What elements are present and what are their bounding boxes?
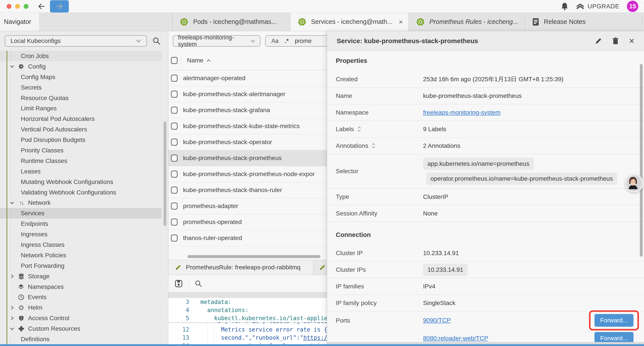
tree-item-vertical-pod-autoscalers[interactable]: Vertical Pod Autoscalers bbox=[0, 124, 168, 135]
service-row[interactable]: prometheus-operated bbox=[168, 214, 327, 230]
tree-item-secrets[interactable]: Secrets bbox=[0, 82, 168, 93]
match-case-toggle[interactable]: Aa bbox=[271, 38, 278, 44]
service-row[interactable]: kube-prometheus-stack-alertmanager bbox=[168, 86, 327, 102]
service-row[interactable]: kube-prometheus-stack-operator bbox=[168, 134, 327, 150]
tree-item-port-forwarding[interactable]: Port Forwarding bbox=[0, 261, 168, 271]
tree-item-resource-quotas[interactable]: Resource Quotas bbox=[0, 93, 168, 103]
horizontal-scrollbar-thumb[interactable] bbox=[188, 255, 320, 258]
tree-item-access-control[interactable]: Access Control bbox=[0, 313, 168, 324]
tab-release-notes[interactable]: Release Notes bbox=[525, 13, 642, 31]
row-checkbox[interactable] bbox=[171, 203, 178, 210]
detail-panel-scrollbar-thumb[interactable] bbox=[640, 64, 643, 257]
sidebar-search-icon[interactable] bbox=[152, 37, 160, 45]
notification-badge[interactable]: 15 bbox=[627, 1, 638, 12]
tree-item-custom-resources[interactable]: Custom Resources bbox=[0, 324, 168, 334]
yaml-editor[interactable]: 3 metadata: 4 annotations: 5 kubectl.kub… bbox=[168, 298, 327, 345]
kubeconfig-selector[interactable]: Local Kubeconfigs bbox=[5, 35, 147, 47]
tree-item-ingress-classes[interactable]: Ingress Classes bbox=[0, 240, 168, 250]
row-checkbox[interactable] bbox=[171, 171, 178, 178]
namespace-filter-select[interactable]: freeleaps-monitoring-system bbox=[173, 35, 260, 47]
tab-services[interactable]: Services - icecheng@math... × bbox=[290, 13, 409, 31]
editor-search-icon[interactable] bbox=[195, 280, 202, 287]
runbook-url-link[interactable]: https://net bbox=[303, 335, 327, 341]
minimize-window-button[interactable] bbox=[15, 4, 20, 9]
service-row[interactable]: kube-prometheus-stack-prometheus-node-ex… bbox=[168, 166, 327, 182]
tree-item-network[interactable]: ↑↓ Network bbox=[0, 198, 168, 208]
tree-item-priority-classes[interactable]: Priority Classes bbox=[0, 145, 168, 156]
chevron-right-icon[interactable] bbox=[10, 316, 14, 320]
service-row[interactable]: kube-prometheus-stack-thanos-ruler bbox=[168, 182, 327, 198]
sort-ascending-icon[interactable] bbox=[206, 59, 211, 62]
tree-item-definitions[interactable]: Definitions bbox=[0, 334, 168, 345]
tree-item-mutating-webhook-configurations[interactable]: Mutating Webhook Configurations bbox=[0, 177, 168, 187]
close-icon[interactable]: × bbox=[629, 36, 634, 45]
row-checkbox[interactable] bbox=[171, 155, 178, 162]
tree-item-storage[interactable]: Storage bbox=[0, 271, 168, 282]
tab-close-icon[interactable]: × bbox=[399, 18, 403, 25]
forward-button[interactable] bbox=[50, 0, 69, 12]
tree-item-runtime-classes[interactable]: Runtime Classes bbox=[0, 156, 168, 166]
tree-item-config[interactable]: Config bbox=[0, 61, 168, 72]
regex-toggle[interactable]: .* bbox=[285, 38, 289, 44]
chevron-down-icon[interactable] bbox=[10, 65, 14, 68]
tree-item-config-maps[interactable]: Config Maps bbox=[0, 72, 168, 82]
back-button[interactable] bbox=[38, 3, 45, 10]
forward-port-button-2[interactable]: Forward... bbox=[594, 332, 634, 342]
editor-tab-prometheusrule[interactable]: PrometheusRule: freeleaps-prod-rabbitmq bbox=[168, 260, 314, 275]
select-all-checkbox[interactable] bbox=[171, 57, 178, 64]
tree-item-network-policies[interactable]: Network Policies bbox=[0, 250, 168, 261]
service-row[interactable]: kube-prometheus-stack-kube-state-metrics bbox=[168, 118, 327, 134]
service-row[interactable]: alertmanager-operated bbox=[168, 70, 327, 86]
tree-item-ingresses[interactable]: Ingresses bbox=[0, 229, 168, 240]
service-row[interactable]: kube-prometheus-stack-grafana bbox=[168, 102, 327, 118]
maximize-window-button[interactable] bbox=[24, 4, 28, 9]
port-link-8080[interactable]: 8080:reloader-web/TCP bbox=[423, 335, 488, 342]
sort-updown-icon[interactable] bbox=[372, 143, 375, 149]
row-checkbox[interactable] bbox=[171, 75, 178, 82]
tree-item-endpoints[interactable]: Endpoints bbox=[0, 219, 168, 229]
tree-item-horizontal-pod-autoscalers[interactable]: Horizontal Pod Autoscalers bbox=[0, 114, 168, 124]
port-link-9090[interactable]: 9090/TCP bbox=[423, 317, 451, 324]
chevron-down-icon[interactable] bbox=[10, 327, 14, 331]
bell-icon[interactable] bbox=[561, 2, 568, 10]
tree-item-pod-disruption-budgets[interactable]: Pod Disruption Budgets bbox=[0, 135, 168, 145]
edit-icon[interactable] bbox=[595, 37, 602, 45]
namespace-link[interactable]: freeleaps-monitoring-system bbox=[423, 109, 500, 116]
row-checkbox[interactable] bbox=[171, 107, 178, 114]
delete-icon[interactable] bbox=[612, 37, 619, 45]
tree-item-limit-ranges[interactable]: Limit Ranges bbox=[0, 103, 168, 114]
tab-prometheus-rules[interactable]: Prometheus Rules - icecheng... bbox=[409, 13, 525, 31]
tree-item-events[interactable]: Events bbox=[0, 292, 168, 303]
row-checkbox[interactable] bbox=[171, 187, 178, 194]
editor-tab-partial[interactable] bbox=[314, 260, 327, 275]
chevron-down-icon[interactable] bbox=[10, 201, 14, 205]
forward-port-button[interactable]: Forward... bbox=[594, 314, 634, 327]
upgrade-button[interactable]: UPGRADE bbox=[576, 3, 620, 10]
row-checkbox[interactable] bbox=[171, 235, 178, 242]
service-row[interactable]: prometheus-adapter bbox=[168, 198, 327, 214]
tree-item-validating-webhook-configurations[interactable]: Validating Webhook Configurations bbox=[0, 187, 168, 198]
row-checkbox[interactable] bbox=[171, 91, 178, 98]
user-avatar[interactable] bbox=[625, 174, 643, 193]
save-icon[interactable] bbox=[175, 280, 182, 287]
service-row-selected[interactable]: kube-prometheus-stack-prometheus bbox=[168, 150, 327, 166]
chevron-right-icon[interactable] bbox=[10, 306, 14, 310]
service-search-input[interactable]: Aa .* prome bbox=[265, 35, 327, 47]
tree-item-cron-jobs[interactable]: Cron Jobs bbox=[0, 51, 162, 61]
tree-item-services[interactable]: Services bbox=[0, 208, 162, 219]
sort-updown-icon[interactable] bbox=[358, 126, 361, 132]
service-row[interactable]: thanos-ruler-operated bbox=[168, 230, 327, 246]
tree-item-helm[interactable]: Helm bbox=[0, 303, 168, 313]
tree-item-leases[interactable]: Leases bbox=[0, 166, 168, 177]
navigator-panel-tab[interactable]: Navigator bbox=[0, 13, 39, 31]
tree-item-namespaces[interactable]: Namespaces bbox=[0, 282, 168, 292]
sidebar-scrollbar-thumb[interactable] bbox=[164, 121, 166, 226]
chevron-right-icon[interactable] bbox=[10, 274, 14, 279]
tab-argo[interactable]: Argo Se bbox=[642, 13, 644, 31]
name-column-header[interactable]: Name bbox=[187, 57, 204, 64]
row-checkbox[interactable] bbox=[171, 139, 178, 146]
row-checkbox[interactable] bbox=[171, 123, 178, 130]
close-window-button[interactable] bbox=[6, 4, 12, 9]
tab-pods[interactable]: Pods - icecheng@mathmas... bbox=[172, 13, 290, 31]
row-checkbox[interactable] bbox=[171, 219, 178, 226]
